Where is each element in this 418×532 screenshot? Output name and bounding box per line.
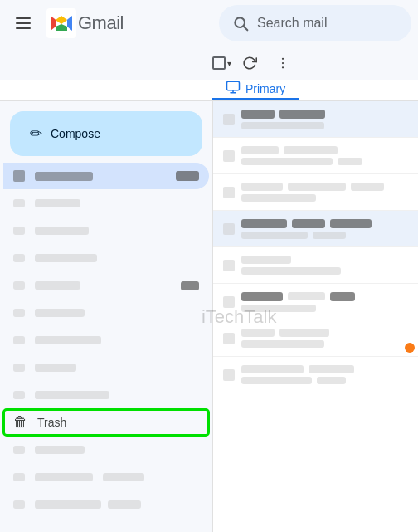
sidebar-item-more3[interactable] xyxy=(3,354,209,381)
toolbar-row: ▾ xyxy=(0,46,418,80)
email-content xyxy=(241,329,408,348)
email-item[interactable] xyxy=(213,101,418,138)
compose-icon: ✏ xyxy=(30,124,42,143)
select-all-checkbox[interactable]: ▾ xyxy=(212,56,231,70)
email-content xyxy=(241,219,408,239)
primary-tab-label: Primary xyxy=(245,82,285,95)
search-bar[interactable]: Search mail xyxy=(219,5,411,41)
checkbox-box xyxy=(212,56,226,70)
gmail-text-label: Gmail xyxy=(78,12,124,34)
sidebar-item-more7[interactable] xyxy=(3,491,209,518)
tab-primary[interactable]: Primary xyxy=(212,80,299,100)
more-options-button[interactable] xyxy=(268,48,298,78)
search-placeholder-text: Search mail xyxy=(257,16,327,31)
svg-point-12 xyxy=(282,66,284,68)
tabs-row: Primary xyxy=(0,80,418,101)
primary-tab-icon xyxy=(226,80,241,98)
gmail-logo: Gmail xyxy=(43,8,124,38)
left-header: Gmail xyxy=(0,7,212,40)
sidebar-item-more2[interactable] xyxy=(3,327,209,354)
compose-button[interactable]: ✏ Compose xyxy=(10,111,202,156)
compose-label: Compose xyxy=(51,127,100,140)
sidebar-nav: 🗑 Trash xyxy=(0,163,212,518)
svg-rect-13 xyxy=(227,81,240,90)
gmail-logo-icon xyxy=(46,8,76,38)
content-area: iTechTalk ✏ Compose xyxy=(0,101,418,532)
orange-dot-indicator xyxy=(405,343,415,353)
email-item[interactable] xyxy=(213,174,418,211)
sidebar-item-more4[interactable] xyxy=(3,382,209,408)
email-item[interactable] xyxy=(213,211,418,247)
toolbar-inner: ▾ xyxy=(212,48,298,78)
sidebar-item-snoozed[interactable] xyxy=(3,217,209,244)
svg-point-10 xyxy=(282,58,284,60)
top-header: Gmail Search mail xyxy=(0,0,418,46)
svg-line-9 xyxy=(244,27,248,31)
svg-point-11 xyxy=(282,62,284,64)
email-content xyxy=(241,110,408,129)
email-content xyxy=(241,365,408,384)
refresh-button[interactable] xyxy=(235,48,265,78)
sidebar-item-more6[interactable] xyxy=(3,464,209,491)
email-item[interactable] xyxy=(213,357,418,393)
hamburger-menu-button[interactable] xyxy=(7,7,40,40)
sidebar-item-starred[interactable] xyxy=(3,190,209,217)
email-item[interactable] xyxy=(213,247,418,284)
search-icon xyxy=(232,15,249,32)
right-header: Search mail xyxy=(212,5,418,41)
email-content xyxy=(241,183,408,202)
sidebar-item-inbox[interactable] xyxy=(3,163,209,189)
email-item[interactable] xyxy=(213,138,418,174)
checkbox-dropdown-icon[interactable]: ▾ xyxy=(227,59,231,68)
sidebar-item-sent[interactable] xyxy=(3,245,209,271)
trash-label: Trash xyxy=(37,416,66,429)
email-content xyxy=(241,292,408,312)
sidebar-item-drafts[interactable] xyxy=(3,272,209,299)
email-list xyxy=(212,101,418,532)
sidebar-item-trash[interactable]: 🗑 Trash xyxy=(3,409,209,436)
sidebar-item-more5[interactable] xyxy=(3,437,209,463)
email-item[interactable] xyxy=(213,320,418,357)
sidebar: ✏ Compose xyxy=(0,101,212,532)
trash-icon: 🗑 xyxy=(13,414,27,431)
email-item[interactable] xyxy=(213,284,418,320)
email-content xyxy=(241,146,408,165)
sidebar-item-more1[interactable] xyxy=(3,300,209,326)
email-content xyxy=(241,256,408,275)
